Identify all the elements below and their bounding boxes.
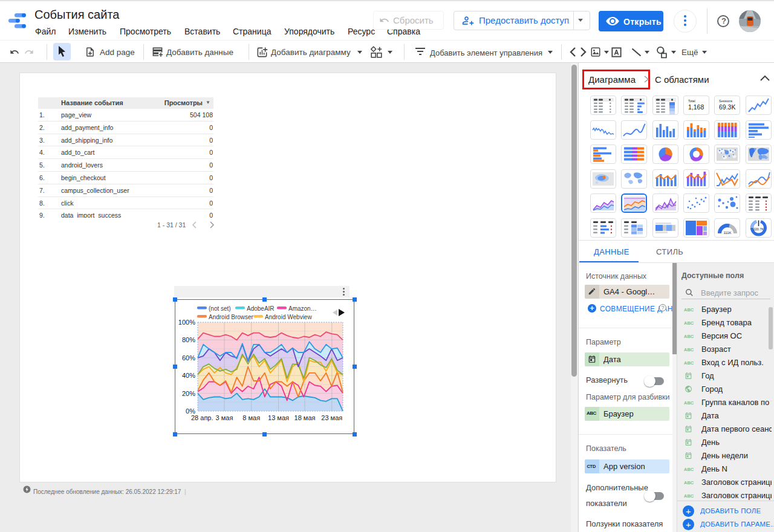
svg-text:111K: 111K	[724, 231, 732, 235]
svg-text:1,168: 1,168	[688, 103, 704, 111]
svg-text:Sessions: Sessions	[719, 99, 733, 103]
svg-text:220.7K: 220.7K	[753, 227, 764, 230]
svg-text:69.3K: 69.3K	[719, 103, 735, 111]
svg-text:Total: Total	[688, 99, 695, 103]
